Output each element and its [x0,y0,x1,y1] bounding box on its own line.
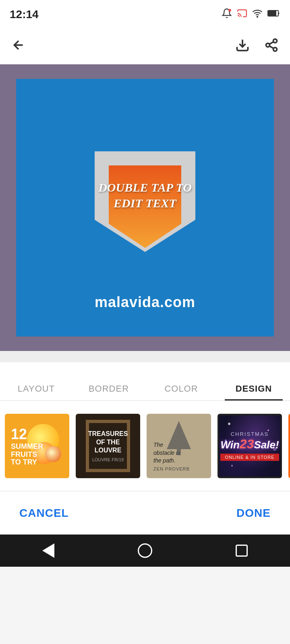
tpl-louvre-frame: TREASURESOF THELOUVRE LOUVRE FR/19 [86,420,130,472]
status-time: 12:14 [10,8,39,21]
nav-back-button[interactable] [36,539,60,563]
tab-design[interactable]: DESIGN [218,362,290,400]
svg-point-9 [273,47,277,51]
template-partial[interactable] [288,414,290,478]
cast-icon [237,8,247,21]
toolbar-right [235,38,279,56]
tab-color-label: COLOR [164,384,198,394]
templates-section: 12 SUMMERFRUITSTO TRY TREASURESOF THELOU… [0,401,290,491]
tab-color[interactable]: COLOR [145,362,218,400]
canvas-url: malavida.com [95,294,195,311]
tab-layout-label: LAYOUT [18,384,55,394]
nav-bar [0,535,290,567]
notification-icon [222,8,232,21]
nav-recents-button[interactable] [230,539,254,563]
toolbar [0,29,290,64]
download-button[interactable] [235,38,250,56]
badge-container: DOUBLE TAP TO EDIT TEXT [85,143,205,272]
templates-row: 12 SUMMERFRUITSTO TRY TREASURESOF THELOU… [0,411,290,481]
svg-point-0 [228,9,231,12]
tab-border-label: BORDER [89,384,129,394]
design-canvas[interactable]: DOUBLE TAP TO EDIT TEXT malavida.com [16,79,274,336]
svg-rect-15 [177,449,181,455]
svg-point-8 [266,43,270,47]
tpl-obstacle-image [148,419,210,455]
template-louvre[interactable]: TREASURESOF THELOUVRE LOUVRE FR/19 [76,414,140,478]
battery-icon [267,8,280,21]
template-obstacle[interactable]: Theobstacle isthe path. ZEN PROVERB [147,414,211,478]
svg-point-7 [273,39,277,43]
share-button[interactable] [264,38,279,56]
badge-text: DOUBLE TAP TO EDIT TEXT [87,180,203,211]
nav-home-button[interactable] [133,539,157,563]
tpl-summer-text: 12 SUMMERFRUITSTO TRY [11,425,43,467]
svg-rect-4 [268,11,276,16]
tab-layout[interactable]: LAYOUT [0,362,72,400]
nav-home-icon [138,543,152,558]
template-summer-fruits[interactable]: 12 SUMMERFRUITSTO TRY [5,414,69,478]
canvas-area: DOUBLE TAP TO EDIT TEXT malavida.com [0,64,290,351]
tab-design-underline [225,399,283,400]
status-bar: 12:14 [0,0,290,29]
cancel-button[interactable]: CANCEL [19,507,69,520]
tab-border[interactable]: BORDER [72,362,145,400]
status-icons [222,8,280,21]
tpl-winter-text-group: CHRISTMAS Win23Sale! ONLINE & IN STORE [220,431,279,460]
separator [0,351,290,362]
template-winter-sale[interactable]: CHRISTMAS Win23Sale! ONLINE & IN STORE [218,414,282,478]
done-button[interactable]: DONE [236,507,271,520]
tab-design-label: DESIGN [236,384,272,394]
wifi-icon [252,8,263,21]
action-bar: CANCEL DONE [0,491,290,535]
tabs-bar: LAYOUT BORDER COLOR DESIGN [0,362,290,401]
nav-back-icon [42,543,54,558]
svg-marker-14 [167,421,191,449]
nav-recents-icon [236,545,248,557]
tpl-louvre-text: TREASURESOF THELOUVRE LOUVRE FR/19 [88,430,128,462]
toolbar-left [11,38,26,56]
svg-line-11 [269,41,273,44]
svg-point-2 [257,17,258,17]
svg-line-10 [269,46,273,48]
back-button[interactable] [11,38,26,56]
